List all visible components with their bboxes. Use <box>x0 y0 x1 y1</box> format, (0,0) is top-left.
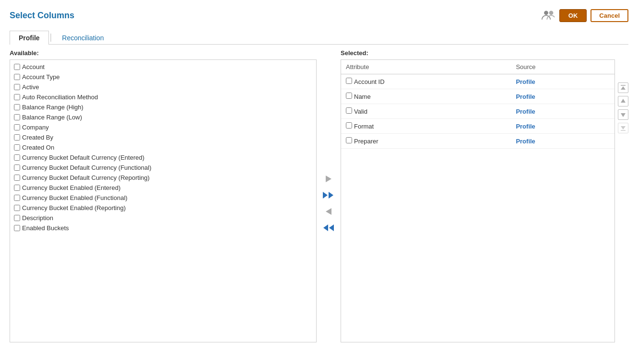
svg-marker-10 <box>621 99 626 103</box>
order-buttons-col <box>615 59 628 342</box>
list-item[interactable]: Created On <box>13 142 313 153</box>
tab-reconciliation[interactable]: Reconciliation <box>53 31 113 45</box>
move-down-icon <box>620 111 626 118</box>
table-row[interactable]: PreparerProfile <box>341 134 614 149</box>
left-panel: Available: AccountAccount TypeActiveAuto… <box>10 49 317 342</box>
list-item[interactable]: Enabled Buckets <box>13 223 313 233</box>
arrow-right-double-icon <box>322 191 335 200</box>
list-item-checkbox[interactable] <box>14 74 20 80</box>
move-top-button[interactable] <box>618 82 628 93</box>
svg-marker-7 <box>329 224 334 231</box>
list-item-checkbox[interactable] <box>14 175 20 181</box>
tab-profile[interactable]: Profile <box>10 31 49 45</box>
arrow-left-double-icon <box>322 223 335 232</box>
middle-arrows <box>317 49 341 342</box>
list-item-checkbox[interactable] <box>14 134 20 141</box>
arrow-left-single-icon <box>324 207 333 216</box>
svg-marker-5 <box>326 208 331 215</box>
table-row[interactable]: ValidProfile <box>341 104 614 119</box>
list-item-checkbox[interactable] <box>14 195 20 201</box>
tabs-row: Profile | Reconciliation <box>10 31 628 45</box>
list-item-checkbox[interactable] <box>14 154 20 161</box>
table-row[interactable]: Account IDProfile <box>341 74 614 89</box>
remove-all-button[interactable] <box>320 222 337 234</box>
list-item-checkbox[interactable] <box>14 124 20 130</box>
move-top-icon <box>620 84 626 91</box>
svg-marker-11 <box>621 113 626 117</box>
header-actions: OK Cancel <box>540 8 628 23</box>
header-row: Select Columns OK Cancel <box>10 8 628 23</box>
list-item-checkbox[interactable] <box>14 215 20 221</box>
list-item[interactable]: Description <box>13 213 313 223</box>
right-panel-area: Selected: Attribute Source Account IDPro… <box>341 49 628 342</box>
list-item[interactable]: Active <box>13 82 313 92</box>
svg-marker-4 <box>329 192 333 199</box>
list-item[interactable]: Currency Bucket Enabled (Functional) <box>13 193 313 203</box>
user-icon-button[interactable] <box>540 8 555 23</box>
list-item-checkbox[interactable] <box>14 164 20 171</box>
user-icon <box>541 9 555 22</box>
table-row[interactable]: FormatProfile <box>341 119 614 134</box>
cancel-button[interactable]: Cancel <box>591 9 628 22</box>
move-up-icon <box>620 98 626 105</box>
list-item-checkbox[interactable] <box>14 104 20 110</box>
main-content: Available: AccountAccount TypeActiveAuto… <box>10 49 628 342</box>
list-item[interactable]: Created By <box>13 132 313 142</box>
selected-table: Attribute Source Account IDProfileNamePr… <box>341 60 614 149</box>
selected-row-checkbox[interactable] <box>346 107 352 114</box>
selected-row-checkbox[interactable] <box>346 122 352 129</box>
selected-row-checkbox[interactable] <box>346 93 352 99</box>
table-row[interactable]: NameProfile <box>341 89 614 104</box>
selected-table-wrap: Attribute Source Account IDProfileNamePr… <box>341 59 615 342</box>
svg-point-0 <box>544 11 548 15</box>
svg-marker-3 <box>323 192 328 199</box>
list-item[interactable]: Currency Bucket Default Currency (Report… <box>13 173 313 183</box>
tab-divider: | <box>50 33 52 42</box>
available-label: Available: <box>10 49 317 57</box>
add-one-button[interactable] <box>322 173 335 185</box>
svg-marker-2 <box>326 176 331 182</box>
list-item-checkbox[interactable] <box>14 205 20 211</box>
available-list[interactable]: AccountAccount TypeActiveAuto Reconcilia… <box>10 60 316 342</box>
remove-one-button[interactable] <box>322 205 335 218</box>
ok-button[interactable]: OK <box>559 9 587 22</box>
list-item[interactable]: Auto Reconciliation Method <box>13 92 313 102</box>
move-up-button[interactable] <box>618 96 628 106</box>
list-item[interactable]: Account <box>13 62 313 72</box>
list-item-checkbox[interactable] <box>14 64 20 70</box>
arrow-right-single-icon <box>324 175 333 183</box>
page-container: Select Columns OK Cancel Profile | Recon… <box>0 0 638 364</box>
svg-point-1 <box>549 11 553 15</box>
list-item[interactable]: Currency Bucket Default Currency (Entere… <box>13 153 313 163</box>
list-item[interactable]: Account Type <box>13 72 313 82</box>
list-item[interactable]: Company <box>13 122 313 132</box>
list-item-checkbox[interactable] <box>14 225 20 231</box>
available-list-wrap: AccountAccount TypeActiveAuto Reconcilia… <box>10 59 317 342</box>
list-item-checkbox[interactable] <box>14 94 20 100</box>
list-item[interactable]: Currency Bucket Enabled (Reporting) <box>13 203 313 213</box>
col-attribute: Attribute <box>341 60 511 74</box>
page-title: Select Columns <box>10 11 74 21</box>
move-down-button[interactable] <box>618 109 628 120</box>
col-source: Source <box>511 60 614 74</box>
svg-marker-6 <box>323 224 328 231</box>
list-item[interactable]: Currency Bucket Enabled (Entered) <box>13 183 313 193</box>
list-item[interactable]: Balance Range (High) <box>13 102 313 112</box>
svg-marker-12 <box>621 126 626 129</box>
list-item-checkbox[interactable] <box>14 114 20 120</box>
move-bottom-icon <box>620 125 626 131</box>
list-item-checkbox[interactable] <box>14 144 20 151</box>
list-item-checkbox[interactable] <box>14 185 20 191</box>
move-bottom-button[interactable] <box>618 123 628 133</box>
list-item[interactable]: Balance Range (Low) <box>13 112 313 122</box>
selected-row-checkbox[interactable] <box>346 78 352 84</box>
list-item-checkbox[interactable] <box>14 84 20 90</box>
list-item[interactable]: Currency Bucket Default Currency (Functi… <box>13 163 313 173</box>
add-all-button[interactable] <box>320 189 337 201</box>
right-panel-outer: Attribute Source Account IDProfileNamePr… <box>341 59 628 342</box>
selected-label: Selected: <box>341 49 628 57</box>
selected-row-checkbox[interactable] <box>346 137 352 143</box>
svg-marker-9 <box>621 86 626 90</box>
